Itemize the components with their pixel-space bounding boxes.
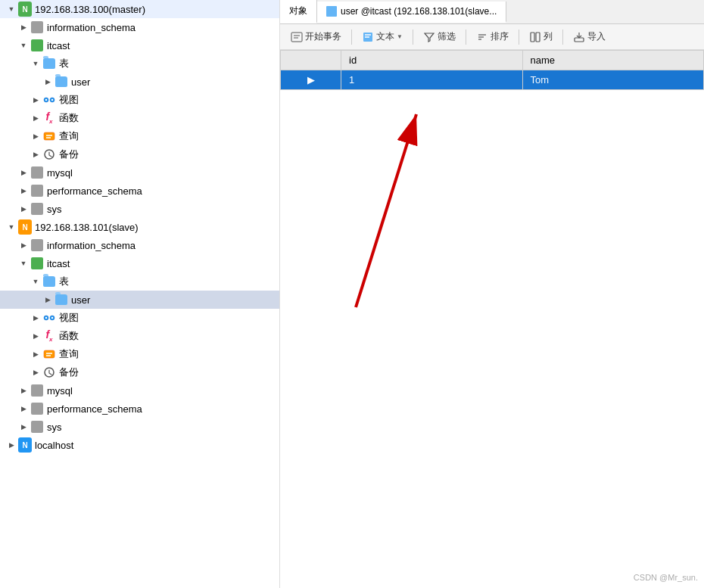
server-master[interactable]: ▼ N 192.168.138.100(master)	[0, 0, 279, 18]
col-id-header: id	[341, 51, 523, 70]
filter-button[interactable]: 筛选	[417, 27, 462, 46]
svg-rect-26	[536, 33, 540, 42]
import-button[interactable]: 导入	[567, 27, 612, 46]
info-label-2: information_schema	[47, 240, 136, 251]
funcs-icon-2: fx	[42, 329, 56, 343]
sidebar-item-itcast-1[interactable]: ▼ itcast	[0, 36, 279, 54]
sidebar-item-info-schema-1[interactable]: ▶ information_schema	[0, 18, 279, 36]
funcs-label-2: 函数	[59, 329, 79, 343]
queries-label-2: 查询	[59, 347, 79, 361]
chevron-itcast-2: ▼	[18, 258, 29, 269]
table-icon-1	[55, 75, 68, 89]
svg-point-11	[51, 317, 53, 319]
table-icon-2	[55, 293, 68, 306]
chevron-views-1: ▶	[30, 95, 41, 105]
cell-name[interactable]: Tom	[522, 70, 704, 90]
sidebar-item-queries-2[interactable]: ▶ 查询	[0, 345, 279, 363]
sidebar-item-mysql-2[interactable]: ▶ mysql	[0, 381, 279, 400]
sidebar-item-funcs-1[interactable]: ▶ fx 函数	[0, 109, 279, 127]
svg-rect-4	[44, 132, 55, 140]
tab-user-icon	[326, 6, 337, 17]
folder-icon-2	[42, 275, 56, 288]
sidebar-item-views-2[interactable]: ▶ 视图	[0, 309, 279, 327]
sidebar-item-user-table-1[interactable]: ▶ user	[0, 73, 279, 91]
db-info-label-1: information_schema	[47, 22, 136, 33]
toolbar: 开始事务 文本 ▼ 筛选	[280, 24, 704, 50]
watermark: CSDN @Mr_sun.	[634, 573, 698, 582]
tab-bar: 对象 user @itcast (192.168.138.101(slave..…	[280, 0, 704, 24]
sidebar-item-itcast-2[interactable]: ▼ itcast	[0, 254, 279, 272]
sidebar-item-queries-1[interactable]: ▶ 查询	[0, 127, 279, 145]
chevron-user-1: ▶	[42, 76, 53, 87]
tab-user-label: user @itcast (192.168.138.101(slave...	[341, 6, 497, 17]
sort-button[interactable]: 排序	[470, 27, 515, 46]
sort-icon	[476, 31, 488, 43]
chevron-expand: ▼	[6, 4, 17, 14]
text-dropdown-icon: ▼	[397, 33, 403, 40]
chevron-collapsed: ▶	[18, 22, 29, 33]
views-label-2: 视图	[59, 311, 79, 325]
server-local-icon: N	[18, 438, 32, 452]
queries-label-1: 查询	[59, 129, 79, 143]
mysql-label-2: mysql	[47, 385, 73, 397]
backup-icon-2	[42, 366, 56, 379]
chevron-expand-3: ▼	[30, 58, 41, 69]
funcs-label-1: 函数	[59, 111, 79, 125]
chevron-backup-2: ▶	[30, 367, 41, 378]
server-slave-icon: N	[18, 220, 32, 234]
sidebar-item-funcs-2[interactable]: ▶ fx 函数	[0, 327, 279, 345]
perf-label-2: performance_schema	[47, 403, 142, 415]
tab-object[interactable]: 对象	[280, 0, 317, 23]
chevron-mysql-1: ▶	[18, 167, 29, 178]
db-icon-sys-1	[30, 202, 44, 216]
begin-transaction-button[interactable]: 开始事务	[285, 27, 347, 46]
chevron-localhost: ▶	[6, 440, 17, 450]
chevron-perf-1: ▶	[18, 185, 29, 196]
db-icon-sys-2	[30, 420, 44, 434]
svg-rect-12	[44, 350, 55, 358]
sidebar-item-tables-folder-1[interactable]: ▼ 表	[0, 54, 279, 73]
sidebar-item-views-1[interactable]: ▶ 视图	[0, 91, 279, 109]
server-master-icon: N	[18, 2, 32, 16]
chevron-perf-2: ▶	[18, 403, 29, 414]
chevron-sys-2: ▶	[18, 422, 29, 432]
db-icon-1	[30, 20, 44, 34]
svg-point-3	[51, 99, 53, 101]
sys-label-1: sys	[47, 204, 62, 215]
sep-2	[413, 30, 413, 45]
chevron-queries-1: ▶	[30, 131, 41, 142]
db-icon-info-2	[30, 238, 44, 252]
chevron-funcs-1: ▶	[30, 113, 41, 123]
cell-id[interactable]: 1	[341, 70, 523, 90]
sidebar-item-user-table-2[interactable]: ▶ user	[0, 291, 279, 309]
server-slave[interactable]: ▼ N 192.168.138.101(slave)	[0, 218, 279, 236]
sidebar: ▼ N 192.168.138.100(master) ▶ informatio…	[0, 0, 280, 588]
columns-label: 列	[544, 30, 553, 43]
sort-label: 排序	[491, 30, 509, 43]
server-master-label: 192.168.138.100(master)	[35, 4, 145, 15]
text-button[interactable]: 文本 ▼	[356, 27, 409, 46]
sidebar-item-info-schema-2[interactable]: ▶ information_schema	[0, 236, 279, 254]
sidebar-item-sys-1[interactable]: ▶ sys	[0, 200, 279, 218]
columns-button[interactable]: 列	[523, 27, 559, 46]
text-label: 文本	[376, 30, 394, 43]
sidebar-item-sys-2[interactable]: ▶ sys	[0, 418, 279, 436]
row-marker-header	[281, 51, 341, 70]
table-row[interactable]: ▶ 1 Tom	[281, 70, 704, 90]
tab-user[interactable]: user @itcast (192.168.138.101(slave...	[317, 2, 506, 23]
sidebar-item-backup-2[interactable]: ▶ 备份	[0, 363, 279, 381]
sidebar-item-perf-2[interactable]: ▶ performance_schema	[0, 400, 279, 418]
chevron-queries-2: ▶	[30, 349, 41, 359]
filter-icon	[423, 31, 435, 43]
sidebar-item-perf-1[interactable]: ▶ performance_schema	[0, 182, 279, 200]
data-grid[interactable]: id name ▶ 1 Tom	[280, 50, 704, 588]
sidebar-item-backup-1[interactable]: ▶ 备份	[0, 145, 279, 163]
sidebar-item-mysql-1[interactable]: ▶ mysql	[0, 163, 279, 182]
chevron-funcs-2: ▶	[30, 331, 41, 341]
db-icon-mysql-2	[30, 384, 44, 397]
server-localhost[interactable]: ▶ N localhost	[0, 436, 279, 454]
db-itcast-label-1: itcast	[47, 40, 70, 51]
chevron-sys-1: ▶	[18, 204, 29, 214]
sidebar-item-tables-folder-2[interactable]: ▼ 表	[0, 272, 279, 291]
tables-folder-label-1: 表	[59, 57, 69, 70]
